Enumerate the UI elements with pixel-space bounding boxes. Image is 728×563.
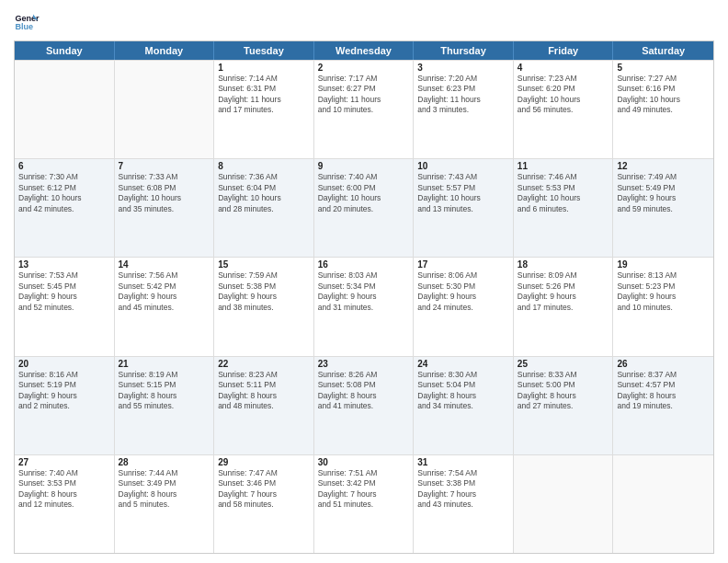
calendar-day-15: 15Sunrise: 7:59 AM Sunset: 5:38 PM Dayli… — [214, 258, 314, 355]
calendar-day-28: 28Sunrise: 7:44 AM Sunset: 3:49 PM Dayli… — [115, 455, 215, 553]
day-number: 19 — [617, 259, 710, 270]
day-info: Sunrise: 7:27 AM Sunset: 6:16 PM Dayligh… — [617, 74, 710, 116]
calendar-day-1: 1Sunrise: 7:14 AM Sunset: 6:31 PM Daylig… — [214, 61, 314, 158]
day-number: 23 — [318, 359, 410, 369]
day-info: Sunrise: 7:17 AM Sunset: 6:27 PM Dayligh… — [318, 74, 410, 116]
calendar-day-14: 14Sunrise: 7:56 AM Sunset: 5:42 PM Dayli… — [115, 258, 215, 355]
header-day-tuesday: Tuesday — [214, 41, 314, 60]
day-info: Sunrise: 8:37 AM Sunset: 4:57 PM Dayligh… — [617, 370, 710, 412]
day-number: 2 — [318, 63, 410, 73]
calendar-day-13: 13Sunrise: 7:53 AM Sunset: 5:45 PM Dayli… — [15, 258, 115, 355]
day-info: Sunrise: 7:33 AM Sunset: 6:08 PM Dayligh… — [119, 172, 210, 214]
calendar-week-4: 20Sunrise: 8:16 AM Sunset: 5:19 PM Dayli… — [15, 356, 713, 454]
calendar-day-22: 22Sunrise: 8:23 AM Sunset: 5:11 PM Dayli… — [214, 357, 314, 454]
calendar-empty-cell — [514, 455, 614, 553]
calendar-week-2: 6Sunrise: 7:30 AM Sunset: 6:12 PM Daylig… — [15, 158, 713, 257]
day-info: Sunrise: 7:23 AM Sunset: 6:20 PM Dayligh… — [518, 74, 609, 116]
calendar-day-3: 3Sunrise: 7:20 AM Sunset: 6:23 PM Daylig… — [414, 61, 514, 158]
day-number: 5 — [617, 63, 710, 73]
day-number: 1 — [218, 63, 310, 73]
header: General Blue — [14, 9, 714, 35]
day-number: 3 — [417, 63, 509, 73]
calendar-day-23: 23Sunrise: 8:26 AM Sunset: 5:08 PM Dayli… — [314, 357, 415, 454]
calendar-day-29: 29Sunrise: 7:47 AM Sunset: 3:46 PM Dayli… — [214, 455, 314, 553]
day-info: Sunrise: 8:33 AM Sunset: 5:00 PM Dayligh… — [518, 370, 609, 412]
logo: General Blue — [14, 9, 40, 35]
day-info: Sunrise: 7:43 AM Sunset: 5:57 PM Dayligh… — [417, 172, 509, 214]
calendar-day-9: 9Sunrise: 7:40 AM Sunset: 6:00 PM Daylig… — [314, 159, 415, 257]
calendar-day-21: 21Sunrise: 8:19 AM Sunset: 5:15 PM Dayli… — [115, 357, 215, 454]
day-number: 8 — [218, 161, 310, 171]
day-number: 12 — [617, 161, 710, 171]
day-number: 13 — [18, 259, 110, 270]
calendar-body: 1Sunrise: 7:14 AM Sunset: 6:31 PM Daylig… — [15, 60, 713, 553]
day-number: 25 — [518, 359, 609, 369]
day-info: Sunrise: 8:13 AM Sunset: 5:23 PM Dayligh… — [617, 270, 710, 313]
calendar-day-24: 24Sunrise: 8:30 AM Sunset: 5:04 PM Dayli… — [414, 357, 514, 454]
calendar-day-18: 18Sunrise: 8:09 AM Sunset: 5:26 PM Dayli… — [514, 258, 614, 355]
calendar-day-6: 6Sunrise: 7:30 AM Sunset: 6:12 PM Daylig… — [15, 159, 115, 257]
day-info: Sunrise: 8:30 AM Sunset: 5:04 PM Dayligh… — [417, 370, 509, 412]
day-info: Sunrise: 7:51 AM Sunset: 3:42 PM Dayligh… — [318, 468, 410, 511]
calendar-day-25: 25Sunrise: 8:33 AM Sunset: 5:00 PM Dayli… — [514, 357, 614, 454]
calendar-day-2: 2Sunrise: 7:17 AM Sunset: 6:27 PM Daylig… — [314, 61, 415, 158]
day-number: 17 — [417, 259, 509, 270]
day-number: 7 — [119, 161, 210, 171]
day-info: Sunrise: 7:49 AM Sunset: 5:49 PM Dayligh… — [617, 172, 710, 214]
calendar-day-4: 4Sunrise: 7:23 AM Sunset: 6:20 PM Daylig… — [514, 61, 614, 158]
day-number: 22 — [218, 359, 310, 369]
day-number: 26 — [617, 359, 710, 369]
day-number: 21 — [119, 359, 210, 369]
header-day-friday: Friday — [514, 41, 614, 60]
calendar-day-11: 11Sunrise: 7:46 AM Sunset: 5:53 PM Dayli… — [514, 159, 614, 257]
day-info: Sunrise: 7:30 AM Sunset: 6:12 PM Dayligh… — [18, 172, 110, 214]
calendar-week-1: 1Sunrise: 7:14 AM Sunset: 6:31 PM Daylig… — [15, 60, 713, 158]
day-number: 24 — [417, 359, 509, 369]
day-info: Sunrise: 7:47 AM Sunset: 3:46 PM Dayligh… — [218, 468, 310, 511]
day-number: 15 — [218, 259, 310, 270]
calendar-day-26: 26Sunrise: 8:37 AM Sunset: 4:57 PM Dayli… — [613, 357, 713, 454]
day-number: 18 — [518, 259, 609, 270]
day-info: Sunrise: 8:23 AM Sunset: 5:11 PM Dayligh… — [218, 370, 310, 412]
calendar-empty-cell — [15, 61, 115, 158]
day-number: 11 — [518, 161, 609, 171]
day-info: Sunrise: 7:40 AM Sunset: 6:00 PM Dayligh… — [318, 172, 410, 214]
calendar-week-3: 13Sunrise: 7:53 AM Sunset: 5:45 PM Dayli… — [15, 257, 713, 355]
day-info: Sunrise: 7:20 AM Sunset: 6:23 PM Dayligh… — [417, 74, 509, 116]
calendar-day-20: 20Sunrise: 8:16 AM Sunset: 5:19 PM Dayli… — [15, 357, 115, 454]
day-number: 31 — [417, 457, 509, 467]
calendar-day-12: 12Sunrise: 7:49 AM Sunset: 5:49 PM Dayli… — [613, 159, 713, 257]
calendar-day-5: 5Sunrise: 7:27 AM Sunset: 6:16 PM Daylig… — [613, 61, 713, 158]
day-number: 9 — [318, 161, 410, 171]
header-day-monday: Monday — [115, 41, 215, 60]
calendar: SundayMondayTuesdayWednesdayThursdayFrid… — [14, 40, 714, 554]
header-day-thursday: Thursday — [414, 41, 514, 60]
day-info: Sunrise: 7:59 AM Sunset: 5:38 PM Dayligh… — [218, 270, 310, 313]
day-number: 10 — [417, 161, 509, 171]
day-info: Sunrise: 7:40 AM Sunset: 3:53 PM Dayligh… — [18, 468, 110, 511]
page: General Blue SundayMondayTuesdayWednesda… — [0, 0, 728, 563]
header-day-sunday: Sunday — [15, 41, 115, 60]
calendar-empty-cell — [613, 455, 713, 553]
day-info: Sunrise: 7:56 AM Sunset: 5:42 PM Dayligh… — [119, 270, 210, 313]
day-number: 29 — [218, 457, 310, 467]
calendar-day-8: 8Sunrise: 7:36 AM Sunset: 6:04 PM Daylig… — [214, 159, 314, 257]
calendar-day-19: 19Sunrise: 8:13 AM Sunset: 5:23 PM Dayli… — [613, 258, 713, 355]
day-info: Sunrise: 8:16 AM Sunset: 5:19 PM Dayligh… — [18, 370, 110, 412]
day-info: Sunrise: 7:53 AM Sunset: 5:45 PM Dayligh… — [18, 270, 110, 313]
day-info: Sunrise: 7:46 AM Sunset: 5:53 PM Dayligh… — [518, 172, 609, 214]
day-info: Sunrise: 8:26 AM Sunset: 5:08 PM Dayligh… — [318, 370, 410, 412]
day-info: Sunrise: 8:19 AM Sunset: 5:15 PM Dayligh… — [119, 370, 210, 412]
day-number: 30 — [318, 457, 410, 467]
day-info: Sunrise: 8:09 AM Sunset: 5:26 PM Dayligh… — [518, 270, 609, 313]
calendar-empty-cell — [115, 61, 215, 158]
calendar-day-10: 10Sunrise: 7:43 AM Sunset: 5:57 PM Dayli… — [414, 159, 514, 257]
day-info: Sunrise: 7:14 AM Sunset: 6:31 PM Dayligh… — [218, 74, 310, 116]
day-info: Sunrise: 8:03 AM Sunset: 5:34 PM Dayligh… — [318, 270, 410, 313]
day-number: 20 — [18, 359, 110, 369]
calendar-day-7: 7Sunrise: 7:33 AM Sunset: 6:08 PM Daylig… — [115, 159, 215, 257]
day-number: 4 — [518, 63, 609, 73]
header-day-saturday: Saturday — [613, 41, 713, 60]
calendar-day-27: 27Sunrise: 7:40 AM Sunset: 3:53 PM Dayli… — [15, 455, 115, 553]
header-day-wednesday: Wednesday — [314, 41, 415, 60]
